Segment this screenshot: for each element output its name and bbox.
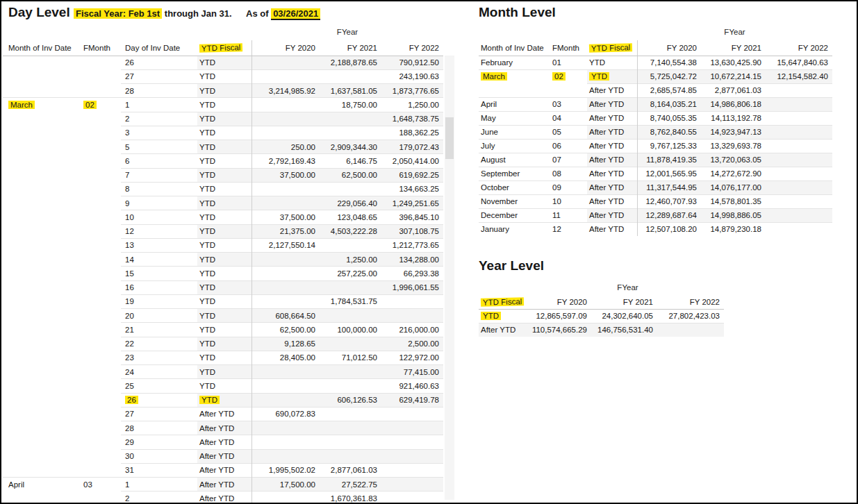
table-cell [251,267,320,280]
header-highlight: YTD Fiscal [481,297,525,307]
table-cell: April [3,478,78,492]
table-cell: 27 [121,69,197,83]
table-cell: 188,362.25 [381,126,443,140]
table-cell: 229,056.40 [320,196,381,210]
table-cell: After YTD [587,97,637,111]
day-table-scrollbar-track[interactable] [445,56,454,500]
table-cell [3,280,78,294]
table-cell [381,478,443,492]
table-cell: 2,877,061.03 [701,83,766,97]
table-row: January12After YTD12,507,108.2014,879,23… [479,222,832,236]
table-cell [320,365,381,379]
table-row: 30After YTD [3,449,443,463]
column-header: FY 2021 [701,40,766,56]
table-cell: July [479,139,550,153]
table-cell: 23 [121,351,197,364]
table-cell [3,267,78,280]
table-cell [3,309,78,323]
table-cell [78,365,121,379]
table-cell [3,337,78,351]
table-row: April031After YTD17,500.0027,522.75 [3,478,443,492]
table-cell [251,421,320,435]
table-cell [3,435,78,449]
day-level-subtitle: Fiscal Year: Feb 1st through Jan 31. [74,8,232,19]
table-cell [251,196,320,210]
table-cell [251,126,320,140]
as-of-note: As of 03/26/2021 [246,8,320,20]
table-cell [3,112,78,126]
table-row: 23YTD28,405.0071,012.50122,972.00 [3,351,443,364]
table-cell: 396,845.10 [381,210,443,224]
table-cell: 19 [121,294,197,308]
table-cell [550,83,587,97]
table-cell: YTD [197,280,251,294]
header-highlight: YTD Fiscal [199,43,243,53]
table-row: 5YTD250.002,909,344.30179,072.43 [3,140,443,154]
table-row: November10After YTD12,460,707.9314,578,8… [479,194,832,208]
table-cell: October [479,180,550,194]
table-cell [3,492,78,504]
table-cell [78,253,121,267]
table-cell: August [479,153,550,167]
table-cell: YTD [197,323,251,337]
table-cell: 2,792,169.43 [251,154,320,168]
table-cell [78,112,121,126]
table-cell: 6 [121,154,197,168]
table-cell [3,393,78,407]
table-cell: 12 [550,222,587,236]
table-cell: 13,630,425.90 [701,56,766,69]
table-cell [251,393,320,407]
table-cell [381,421,443,435]
table-cell: 31 [121,463,197,477]
table-cell [3,463,78,477]
table-cell: 06 [550,139,587,153]
table-cell: 17,500.00 [251,478,320,492]
table-cell: 07 [550,153,587,167]
column-header: FY 2022 [766,40,832,56]
table-cell: After YTD [479,323,531,337]
table-row: YTD12,865,597.0924,302,640.0527,802,423.… [479,309,724,323]
table-cell: 2,127,550.14 [251,238,320,252]
column-header: YTD Fiscal [587,40,637,56]
table-cell [78,463,121,477]
table-cell [3,154,78,168]
table-cell [251,253,320,267]
table-cell [78,393,121,407]
table-row: December11After YTD12,289,687.6414,998,8… [479,208,832,222]
table-cell: YTD [197,267,251,280]
table-row: April03After YTD8,164,035.2114,986,806.1… [479,97,832,111]
table-cell [3,56,78,69]
table-cell [251,112,320,126]
table-cell: YTD [197,224,251,238]
table-cell [251,379,320,393]
table-cell [3,351,78,364]
table-cell: February [479,56,550,69]
column-header: FY 2021 [591,295,657,309]
table-cell [320,309,381,323]
table-cell: 629,419.78 [381,393,443,407]
table-cell: 14,578,801.35 [701,194,766,208]
table-cell: 14,986,806.18 [701,97,766,111]
column-header: FY 2022 [381,40,443,56]
table-cell [3,253,78,267]
table-cell: 9,767,125.33 [637,139,701,153]
table-cell: 37,500.00 [251,168,320,182]
cell-highlight: 02 [552,72,566,81]
table-row: 13YTD2,127,550.141,212,773.65 [3,238,443,252]
table-cell: 250.00 [251,140,320,154]
table-cell [78,294,121,308]
table-cell [320,337,381,351]
table-row: May04After YTD8,740,055.3514,113,192.78 [479,111,832,125]
day-table-scrollbar-thumb[interactable] [445,117,454,159]
table-row: 27After YTD690,072.83 [3,407,443,421]
table-cell: September [479,167,550,180]
table-cell: 26 [121,56,197,69]
table-cell: June [479,125,550,139]
table-cell [766,125,832,139]
table-cell [766,194,832,208]
table-cell: After YTD [197,463,251,477]
table-cell: 123,048.65 [320,210,381,224]
day-level-table: Month of Inv DateFMonthDay of Inv DateYT… [3,40,443,504]
table-cell [766,208,832,222]
table-cell [657,323,724,337]
